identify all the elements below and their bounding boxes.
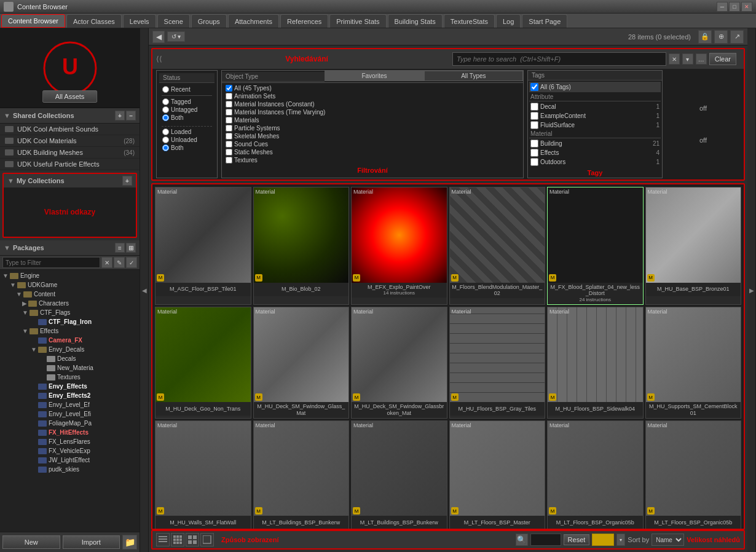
tab-levels[interactable]: Levels xyxy=(123,14,156,28)
tag-building[interactable]: Building 21 xyxy=(529,139,661,148)
asset-item-8[interactable]: Material M M_HU_Deck_SM_Fwindow_Glassbro… xyxy=(351,307,447,419)
type-skeletal-meshes[interactable]: Skeletal Meshes xyxy=(224,132,521,140)
view-mode-list[interactable] xyxy=(156,533,170,546)
packages-check[interactable]: ✓ xyxy=(126,257,137,268)
collection-item-ambient[interactable]: UDK Cool Ambient Sounds xyxy=(0,124,140,135)
asset-item-14[interactable]: Material M M_LT_Buildings_BSP_Bunkerw xyxy=(351,420,447,529)
grid-search-icon[interactable]: 🔍 xyxy=(516,534,528,546)
maximize-btn[interactable]: □ xyxy=(729,2,740,12)
collection-item-particles[interactable]: UDK Useful Particle Effects xyxy=(0,159,140,170)
tree-envy-effects2[interactable]: Envy_Effects2 xyxy=(0,391,140,400)
type-all[interactable]: All (45 Types) xyxy=(224,84,521,92)
view-mode-med-grid[interactable] xyxy=(186,533,199,546)
asset-item-16[interactable]: Material M M_LT_Floors_BSP_Organic05b xyxy=(547,420,644,529)
tab-content-browser[interactable]: Content Browser xyxy=(1,14,65,28)
folder-sync-btn[interactable]: ⊕ xyxy=(714,30,728,44)
tag-fluid-surface[interactable]: FluidSurface 1 xyxy=(529,120,661,130)
favorites-btn[interactable]: Favorites xyxy=(325,71,423,81)
type-static-meshes[interactable]: Static Meshes xyxy=(224,148,521,156)
type-animation-sets[interactable]: Animation Sets xyxy=(224,92,521,100)
tab-primitive-stats[interactable]: Primitive Stats xyxy=(329,14,386,28)
lock-btn[interactable]: 🔒 xyxy=(698,30,712,44)
packages-grid-view[interactable]: ⊞ xyxy=(126,243,136,253)
tab-building-stats[interactable]: Building Stats xyxy=(388,14,443,28)
import-button[interactable]: Import xyxy=(63,535,120,549)
status-tagged[interactable]: Tagged xyxy=(162,98,212,106)
tag-decal[interactable]: Decal 1 xyxy=(529,102,661,111)
packages-arrow[interactable]: ▼ xyxy=(4,244,10,251)
tree-udkgame[interactable]: ▼ UDKGame xyxy=(0,280,140,290)
tree-fx-lensflares[interactable]: FX_LensFlares xyxy=(0,437,140,446)
tree-characters[interactable]: ▶ Characters xyxy=(0,299,140,308)
asset-item-6[interactable]: Material M M_HU_Deck_Goo_Non_Trans xyxy=(155,307,251,419)
asset-item-1[interactable]: Material M M_Bio_Blob_02 xyxy=(253,187,350,305)
asset-item-4[interactable]: Material M M_FX_Blood_Splatter_04_new_le… xyxy=(547,187,644,305)
open-folder-button[interactable]: 📁 xyxy=(122,535,137,550)
all-types-btn[interactable]: All Types xyxy=(424,71,523,81)
tab-attachments[interactable]: Attachments xyxy=(228,14,279,28)
tree-envy-level-ef[interactable]: Envy_Level_Ef xyxy=(0,400,140,409)
tab-references[interactable]: References xyxy=(280,14,328,28)
packages-filter-input[interactable] xyxy=(2,257,100,268)
asset-item-3[interactable]: Material M M_Floors_BlendModulation_Mast… xyxy=(449,187,546,305)
packages-edit[interactable]: ✎ xyxy=(114,257,125,268)
tab-texture-stats[interactable]: TextureStats xyxy=(444,14,495,28)
reset-zoom-button[interactable]: Reset xyxy=(564,534,590,545)
all-assets-button[interactable]: All Assets xyxy=(42,90,98,103)
tree-envy-decals[interactable]: ▼ Envy_Decals xyxy=(0,345,140,354)
tree-camera-fx[interactable]: Camera_FX xyxy=(0,336,140,345)
type-textures[interactable]: Textures xyxy=(224,156,521,164)
tree-pudk-skies[interactable]: pudk_skies xyxy=(0,465,140,474)
status-both-loaded[interactable]: Both xyxy=(162,144,212,152)
status-untagged[interactable]: Untagged xyxy=(162,106,212,114)
thumbnail-size-input[interactable]: 128 xyxy=(592,534,614,546)
shared-collections-menu[interactable]: – xyxy=(126,111,136,120)
tag-effects[interactable]: Effects 4 xyxy=(529,148,661,157)
asset-item-15[interactable]: Material M M_LT_Floors_BSP_Master xyxy=(449,420,546,529)
tree-effects[interactable]: ▼ Effects xyxy=(0,326,140,336)
tree-fx-hiteffects[interactable]: FX_HitEffects xyxy=(0,428,140,437)
export-btn[interactable]: ↗ xyxy=(730,30,744,44)
tree-envy-level-efi[interactable]: Envy_Level_Efi xyxy=(0,409,140,419)
right-panel-collapse[interactable]: ▶ xyxy=(747,28,756,552)
my-collections-arrow[interactable]: ▼ xyxy=(7,177,14,184)
asset-item-13[interactable]: Material M M_LT_Buildings_BSP_Bunkerw xyxy=(253,420,350,529)
search-input[interactable] xyxy=(452,52,666,66)
tree-decals[interactable]: Decals xyxy=(0,354,140,363)
status-recent[interactable]: Recent xyxy=(162,85,212,93)
shared-collections-arrow[interactable]: ▼ xyxy=(4,112,10,119)
asset-item-7[interactable]: Material M M_HU_Deck_SM_Fwindow_Glass_Ma… xyxy=(253,307,350,419)
nav-back-btn[interactable]: ◀ xyxy=(152,31,165,43)
new-button[interactable]: New xyxy=(2,535,60,549)
status-loaded[interactable]: Loaded xyxy=(162,128,212,136)
minimize-btn[interactable]: ─ xyxy=(717,2,728,12)
asset-item-10[interactable]: Material M M_HU_Floors_BSP_Sidewalk04 xyxy=(547,307,644,419)
type-mat-inst-time[interactable]: Material Instances (Time Varying) xyxy=(224,108,521,116)
status-both[interactable]: Both xyxy=(162,114,212,122)
zoom-input[interactable]: 100% xyxy=(530,534,561,546)
tree-ctf-flags[interactable]: ▼ CTF_Flags xyxy=(0,308,140,317)
tree-new-materia[interactable]: New_Materia xyxy=(0,363,140,373)
packages-filter-clear[interactable]: ✕ xyxy=(101,257,112,268)
view-mode-large-grid[interactable] xyxy=(200,533,214,546)
sort-select[interactable]: Name xyxy=(652,534,684,546)
search-options-btn[interactable]: ▾ xyxy=(682,53,693,65)
search-collapse-btn[interactable]: ⟨⟨ xyxy=(156,55,162,63)
tree-jw-lighteffect[interactable]: JW_LightEffect xyxy=(0,455,140,465)
tab-actor-classes[interactable]: Actor Classes xyxy=(66,14,122,28)
tag-outdoors[interactable]: Outdoors 1 xyxy=(529,157,661,167)
asset-item-2[interactable]: Material M M_EFX_Explo_PaintOver 14 inst… xyxy=(351,187,447,305)
type-particle-systems[interactable]: Particle Systems xyxy=(224,124,521,132)
collection-item-meshes[interactable]: UDK Building Meshes (34) xyxy=(0,147,140,159)
tree-content[interactable]: ▼ Content xyxy=(0,290,140,299)
tab-start-page[interactable]: Start Page xyxy=(522,14,567,28)
left-panel-collapse[interactable]: ◀ xyxy=(140,28,149,552)
tree-engine[interactable]: ▼ Engine xyxy=(0,271,140,280)
packages-list-view[interactable]: ≡ xyxy=(115,243,125,253)
tree-foliagemap[interactable]: FoliageMap_Pa xyxy=(0,419,140,428)
asset-item-0[interactable]: Material M M_ASC_Floor_BSP_Tile01 xyxy=(155,187,251,305)
tree-ctf-flag-iron[interactable]: CTF_Flag_Iron xyxy=(0,317,140,326)
tree-fx-vehicleexp[interactable]: FX_VehicleExp xyxy=(0,446,140,455)
asset-item-11[interactable]: Material M M_HU_Supports_SM_CementBlock0… xyxy=(645,307,742,419)
tab-scene[interactable]: Scene xyxy=(157,14,190,28)
